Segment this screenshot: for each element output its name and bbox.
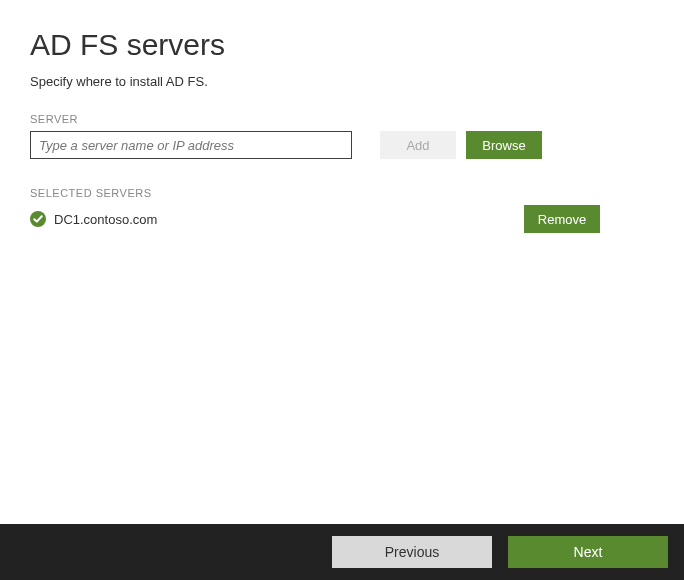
selected-server-name: DC1.contoso.com [54, 212, 157, 227]
page-subtitle: Specify where to install AD FS. [30, 74, 654, 89]
page-title: AD FS servers [30, 28, 654, 62]
remove-button[interactable]: Remove [524, 205, 600, 233]
wizard-footer: Previous Next [0, 524, 684, 580]
server-field-label: SERVER [30, 113, 654, 125]
selected-server-item: DC1.contoso.com [30, 211, 157, 227]
main-content: AD FS servers Specify where to install A… [0, 0, 684, 524]
server-input-row: Add Browse [30, 131, 654, 159]
previous-button[interactable]: Previous [332, 536, 492, 568]
selected-servers-label: SELECTED SERVERS [30, 187, 654, 199]
add-button[interactable]: Add [380, 131, 456, 159]
check-circle-icon [30, 211, 46, 227]
next-button[interactable]: Next [508, 536, 668, 568]
server-input[interactable] [30, 131, 352, 159]
browse-button[interactable]: Browse [466, 131, 542, 159]
selected-server-row: DC1.contoso.com Remove [30, 205, 600, 233]
